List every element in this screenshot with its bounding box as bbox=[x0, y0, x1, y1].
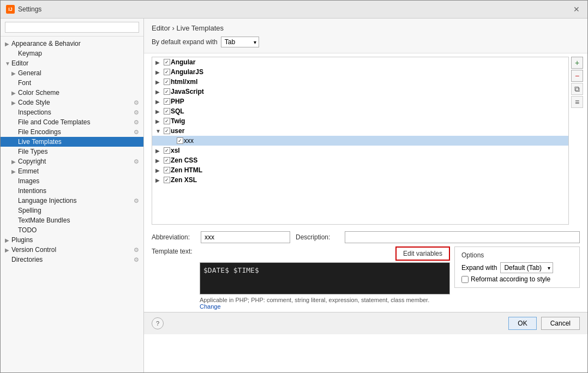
sidebar-tree: ▶ Appearance & Behavior Keymap ▼ Editor … bbox=[1, 37, 143, 372]
list-item[interactable]: ▶ xsl bbox=[152, 146, 568, 155]
help-button[interactable]: ? bbox=[152, 317, 164, 329]
list-item[interactable]: ▶ html/xml bbox=[152, 77, 568, 87]
expand-select[interactable]: Tab Enter Space bbox=[221, 37, 259, 47]
expand-label: By default expand with bbox=[152, 38, 218, 46]
list-item[interactable]: ▶ Angular bbox=[152, 57, 568, 67]
sidebar-item-images[interactable]: Images bbox=[1, 176, 143, 186]
reformat-label: Reformat according to style bbox=[471, 275, 550, 283]
options-expand-select[interactable]: Default (Tab) Tab Enter Space bbox=[500, 262, 553, 273]
options-expand-label: Expand with bbox=[461, 264, 497, 272]
list-item[interactable]: ▶ JavaScript bbox=[152, 87, 568, 97]
list-item[interactable]: ▶ Zen XSL bbox=[152, 175, 568, 185]
item-label: PHP bbox=[171, 98, 184, 105]
applicable-change-link[interactable]: Change bbox=[200, 303, 221, 310]
arrow-icon: ▶ bbox=[155, 158, 163, 164]
checkbox-icon bbox=[164, 167, 170, 173]
checkbox-icon bbox=[164, 118, 170, 124]
list-item[interactable]: xxx bbox=[152, 136, 568, 146]
copy-template-button[interactable]: ⧉ bbox=[571, 83, 583, 95]
item-label: xsl bbox=[171, 147, 180, 154]
item-label: Zen HTML bbox=[171, 166, 202, 174]
abbreviation-input[interactable] bbox=[201, 231, 290, 243]
settings-window: IJ Settings ✕ ▶ Appearance & Behavior Ke… bbox=[0, 0, 588, 373]
arrow-icon: ▶ bbox=[5, 237, 11, 243]
title-bar: IJ Settings ✕ bbox=[1, 1, 587, 19]
sidebar-item-copyright[interactable]: ▶ Copyright ⚙ bbox=[1, 157, 143, 166]
move-template-button[interactable]: ≡ bbox=[571, 96, 583, 108]
checkbox-icon bbox=[164, 128, 170, 134]
add-template-button[interactable]: + bbox=[571, 57, 583, 69]
settings-icon: ⚙ bbox=[134, 158, 139, 165]
abbreviation-label: Abbreviation: bbox=[152, 233, 195, 241]
sidebar-item-plugins[interactable]: ▶ Plugins bbox=[1, 235, 143, 245]
sidebar-item-emmet[interactable]: ▶ Emmet bbox=[1, 166, 143, 176]
arrow-icon: ▶ bbox=[155, 69, 163, 75]
sidebar-item-appearance[interactable]: ▶ Appearance & Behavior bbox=[1, 39, 143, 49]
remove-template-button[interactable]: − bbox=[571, 70, 583, 82]
arrow-icon: ▶ bbox=[155, 148, 163, 154]
options-select-wrapper: Default (Tab) Tab Enter Space bbox=[500, 262, 553, 273]
arrow-icon: ▶ bbox=[155, 79, 163, 85]
expand-select-wrapper: Tab Enter Space bbox=[221, 37, 259, 47]
sidebar-item-font[interactable]: Font bbox=[1, 78, 143, 88]
sidebar-item-version-control[interactable]: ▶ Version Control ⚙ bbox=[1, 245, 143, 255]
sidebar-item-code-style[interactable]: ▶ Code Style ⚙ bbox=[1, 98, 143, 107]
list-item[interactable]: ▶ Zen CSS bbox=[152, 155, 568, 165]
arrow-icon: ▶ bbox=[11, 159, 18, 165]
settings-icon: ⚙ bbox=[134, 246, 139, 254]
description-input[interactable] bbox=[345, 231, 580, 243]
sidebar-item-editor[interactable]: ▼ Editor bbox=[1, 58, 143, 68]
template-text-options-row: Template text: Edit variables $DATE$ $TI… bbox=[152, 246, 580, 310]
applicable-row: Applicable in PHP; PHP: comment, string … bbox=[152, 297, 450, 310]
arrow-icon: ▶ bbox=[155, 109, 163, 115]
tree-side-buttons: + − ⧉ ≡ bbox=[569, 53, 587, 228]
list-item[interactable]: ▶ Zen HTML bbox=[152, 165, 568, 175]
description-label: Description: bbox=[296, 233, 339, 241]
reformat-checkbox[interactable] bbox=[461, 276, 469, 283]
sidebar-item-file-encodings[interactable]: File Encodings ⚙ bbox=[1, 127, 143, 137]
list-item[interactable]: ▼ user bbox=[152, 126, 568, 136]
settings-icon: ⚙ bbox=[134, 99, 139, 106]
ok-button[interactable]: OK bbox=[508, 317, 536, 330]
arrow-icon: ▼ bbox=[5, 61, 11, 67]
list-item[interactable]: ▶ AngularJS bbox=[152, 67, 568, 77]
item-label: xxx bbox=[184, 137, 194, 145]
checkbox-icon bbox=[164, 69, 170, 75]
checkbox-icon bbox=[177, 137, 183, 144]
list-item[interactable]: ▶ SQL bbox=[152, 106, 568, 116]
sidebar-item-file-code-templates[interactable]: File and Code Templates ⚙ bbox=[1, 117, 143, 127]
template-text-row: Template text: Edit variables $DATE$ $TI… bbox=[152, 246, 450, 294]
sidebar-item-lang-injections[interactable]: Language Injections ⚙ bbox=[1, 196, 143, 206]
window-title: Settings bbox=[18, 5, 41, 13]
checkbox-icon bbox=[164, 79, 170, 85]
checkbox-icon bbox=[164, 147, 170, 154]
template-tree-area: ▶ Angular ▶ AngularJS ▶ html/xml bbox=[144, 53, 587, 228]
template-text-input[interactable]: $DATE$ $TIME$ bbox=[200, 262, 450, 294]
sidebar-item-inspections[interactable]: Inspections ⚙ bbox=[1, 107, 143, 117]
sidebar-item-color-scheme[interactable]: ▶ Color Scheme bbox=[1, 88, 143, 98]
sidebar-item-keymap[interactable]: Keymap bbox=[1, 49, 143, 58]
sidebar-item-todo[interactable]: TODO bbox=[1, 225, 143, 235]
search-input[interactable] bbox=[5, 22, 139, 33]
sidebar-item-spelling[interactable]: Spelling bbox=[1, 206, 143, 215]
list-item[interactable]: ▶ Twig bbox=[152, 116, 568, 126]
arrow-icon: ▶ bbox=[155, 59, 163, 65]
sidebar-item-intentions[interactable]: Intentions bbox=[1, 186, 143, 196]
sidebar-item-general[interactable]: ▶ General bbox=[1, 68, 143, 78]
sidebar-item-live-templates[interactable]: Live Templates bbox=[1, 137, 143, 147]
checkbox-icon bbox=[164, 157, 170, 164]
sidebar-item-file-types[interactable]: File Types bbox=[1, 147, 143, 157]
cancel-button[interactable]: Cancel bbox=[541, 317, 580, 330]
close-button[interactable]: ✕ bbox=[571, 4, 582, 15]
panel-header: Editor › Live Templates By default expan… bbox=[144, 19, 587, 53]
sidebar-item-directories[interactable]: Directories ⚙ bbox=[1, 255, 143, 264]
main-content: ▶ Appearance & Behavior Keymap ▼ Editor … bbox=[1, 19, 587, 372]
list-item[interactable]: ▶ PHP bbox=[152, 97, 568, 106]
sidebar-item-textmate-bundles[interactable]: TextMate Bundles bbox=[1, 215, 143, 225]
checkbox-icon bbox=[164, 88, 170, 95]
breadcrumb: Editor › Live Templates bbox=[152, 24, 580, 32]
arrow-icon: ▶ bbox=[11, 100, 18, 106]
app-icon: IJ bbox=[6, 5, 15, 14]
arrow-icon: ▶ bbox=[5, 41, 11, 47]
edit-variables-button[interactable]: Edit variables bbox=[395, 246, 450, 261]
